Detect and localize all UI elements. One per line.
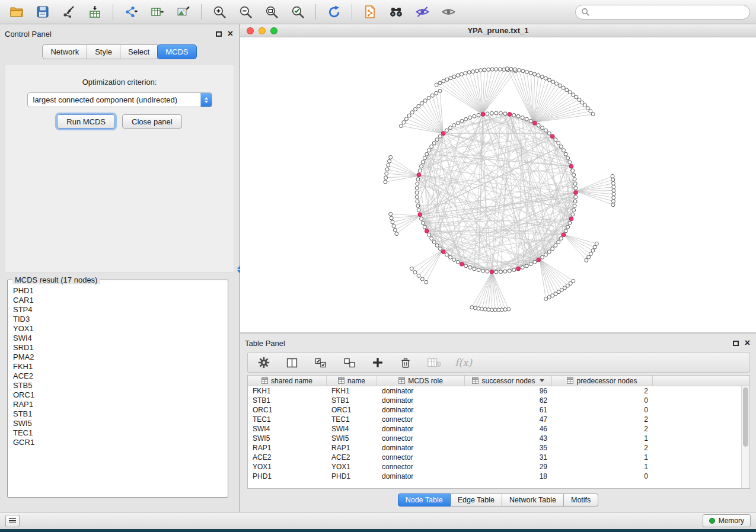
mcds-result-item[interactable]: GCR1 <box>13 438 228 447</box>
table-row[interactable]: ACE2ACE2connector311 <box>248 453 749 462</box>
table-scrollbar[interactable] <box>741 386 749 488</box>
table-row[interactable]: RAP1RAP1dominator352 <box>248 443 749 453</box>
import-network-button[interactable] <box>58 2 79 21</box>
mcds-result-item[interactable]: PMA2 <box>13 352 228 362</box>
mcds-result-item[interactable]: SWI5 <box>13 419 228 428</box>
import-table-button[interactable] <box>84 2 106 21</box>
zoom-in-button[interactable] <box>209 2 230 21</box>
network-window-title: YPA_prune.txt_1 <box>240 26 756 35</box>
mcds-result-item[interactable]: STB5 <box>13 381 228 390</box>
memory-button[interactable]: Memory <box>703 514 751 527</box>
unselect-all-columns-button[interactable] <box>341 353 358 372</box>
select-all-columns-button[interactable] <box>312 353 328 372</box>
delete-table-button[interactable] <box>426 353 442 372</box>
cell-mcds-role: dominator <box>377 406 465 414</box>
tab-mcds[interactable]: MCDS <box>157 44 196 59</box>
tab-edge-table[interactable]: Edge Table <box>451 493 502 507</box>
cell-shared-name: PHD1 <box>248 472 327 480</box>
tab-select[interactable]: Select <box>120 44 158 59</box>
export-network-button[interactable] <box>120 2 142 21</box>
mcds-result-item[interactable]: ORC1 <box>13 390 228 400</box>
mcds-result-item[interactable]: RAP1 <box>13 400 228 409</box>
table-body: FKH1FKH1dominator962STB1STB1dominator620… <box>248 386 749 481</box>
function-builder-button[interactable]: f(x) <box>455 357 472 368</box>
status-bar: Memory <box>0 512 756 529</box>
table-row[interactable]: SWI4SWI4dominator462 <box>248 424 749 434</box>
cell-mcds-role: dominator <box>377 425 465 433</box>
column-header-successor-nodes[interactable]: successor nodes <box>465 376 552 386</box>
clone-network-button[interactable] <box>359 2 381 21</box>
zoom-fit-button[interactable] <box>261 2 282 21</box>
show-all-button[interactable] <box>438 2 459 21</box>
tab-network[interactable]: Network <box>42 44 87 59</box>
column-header-predecessor-nodes[interactable]: predecessor nodes <box>552 376 653 386</box>
mcds-result-item[interactable]: PHD1 <box>13 286 228 296</box>
table-row[interactable]: ORC1ORC1dominator610 <box>248 405 749 415</box>
cell-shared-name: RAP1 <box>248 444 327 452</box>
search-box[interactable] <box>575 5 750 20</box>
network-canvas[interactable] <box>240 37 756 332</box>
tab-style[interactable]: Style <box>87 44 120 59</box>
cell-predecessor-nodes: 1 <box>552 453 653 462</box>
close-panel-button[interactable]: Close panel <box>122 114 182 129</box>
table-scrollbar-thumb[interactable] <box>743 387 748 447</box>
close-panel-icon[interactable]: × <box>228 31 233 37</box>
cell-successor-nodes: 43 <box>465 434 552 443</box>
tab-node-table[interactable]: Node Table <box>398 493 451 507</box>
window-maximize-button[interactable] <box>270 27 277 34</box>
zoom-out-button[interactable] <box>235 2 256 21</box>
column-header-mcds-role[interactable]: MCDS role <box>377 376 465 386</box>
cell-name: YOX1 <box>327 463 377 471</box>
delete-column-button[interactable] <box>398 353 413 372</box>
table-row[interactable]: SWI5SWI5connector431 <box>248 434 749 443</box>
cell-shared-name: FKH1 <box>248 387 327 395</box>
column-header-shared-name[interactable]: shared name <box>248 376 327 386</box>
table-row[interactable]: FKH1FKH1dominator962 <box>248 386 749 396</box>
export-image-button[interactable] <box>173 2 194 21</box>
status-menu-button[interactable] <box>5 515 20 527</box>
split-panel-button[interactable] <box>284 353 299 372</box>
table-row[interactable]: YOX1YOX1connector291 <box>248 462 749 472</box>
close-table-panel-icon[interactable]: × <box>745 340 750 346</box>
save-session-button[interactable] <box>32 2 53 21</box>
run-mcds-button[interactable]: Run MCDS <box>57 114 115 129</box>
optimization-criterion-select[interactable]: largest connected component (undirected) <box>27 92 212 107</box>
delete-table-icon-disabled <box>427 357 441 368</box>
mcds-result-item[interactable]: FKH1 <box>13 362 228 371</box>
mcds-result-item[interactable]: STP4 <box>13 305 228 315</box>
zoom-selected-button[interactable] <box>287 2 308 21</box>
float-panel-icon[interactable] <box>216 31 222 37</box>
mcds-result-item[interactable]: YOX1 <box>13 324 228 334</box>
window-close-button[interactable] <box>247 27 254 34</box>
mcds-result-item[interactable]: SWI4 <box>13 334 228 343</box>
export-table-button[interactable] <box>146 2 168 21</box>
float-table-panel-icon[interactable] <box>733 341 739 346</box>
mcds-result-item[interactable]: STB1 <box>13 409 228 419</box>
column-icon <box>567 377 573 384</box>
mcds-result-item[interactable]: SRD1 <box>13 343 228 352</box>
mcds-result-item[interactable]: TID3 <box>13 315 228 324</box>
mcds-result-item[interactable]: ACE2 <box>13 371 228 381</box>
refresh-view-button[interactable] <box>323 2 344 21</box>
search-input[interactable] <box>593 8 744 16</box>
table-settings-button[interactable] <box>256 353 272 372</box>
table-row[interactable]: PHD1PHD1dominator180 <box>248 472 749 481</box>
control-panel-tabs: Network Style Select MCDS <box>0 44 239 59</box>
binoculars-icon <box>388 5 404 19</box>
open-session-button[interactable] <box>6 2 27 21</box>
tab-motifs[interactable]: Motifs <box>564 493 598 507</box>
selected-criterion-value: largest connected component (undirected) <box>28 95 200 104</box>
hide-selected-button[interactable] <box>412 2 433 21</box>
mcds-result-item[interactable]: CAR1 <box>13 296 228 305</box>
window-minimize-button[interactable] <box>259 27 266 34</box>
table-row[interactable]: TEC1TEC1connector472 <box>248 415 749 424</box>
create-column-button[interactable] <box>370 353 385 372</box>
network-window-titlebar[interactable]: YPA_prune.txt_1 <box>240 24 756 37</box>
column-header-name[interactable]: name <box>327 376 377 386</box>
mcds-result-list[interactable]: PHD1CAR1STP4TID3YOX1SWI4SRD1PMA2FKH1ACE2… <box>8 280 228 497</box>
tab-network-table[interactable]: Network Table <box>502 493 564 507</box>
mcds-result-item[interactable]: TEC1 <box>13 428 228 438</box>
open-folder-icon <box>9 5 24 19</box>
table-row[interactable]: STB1STB1dominator620 <box>248 396 749 405</box>
search-network-button[interactable] <box>385 2 407 21</box>
